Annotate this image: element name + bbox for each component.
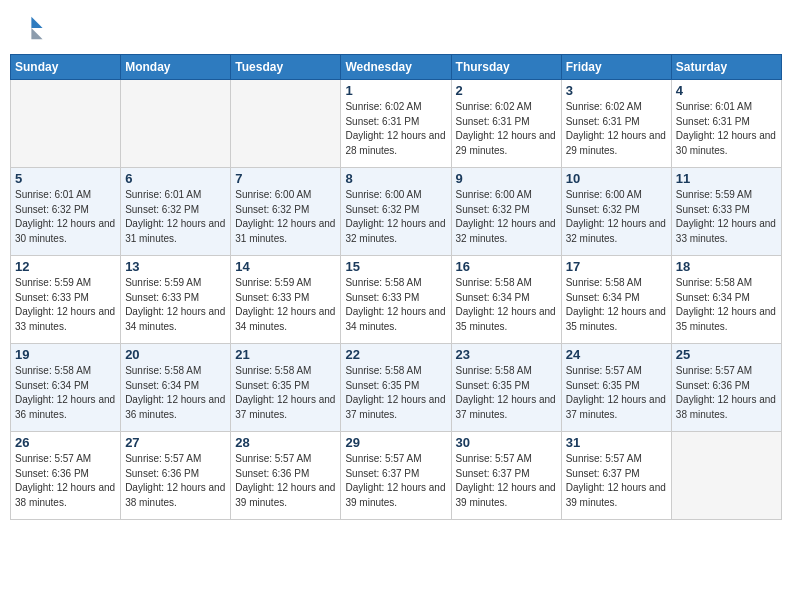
day-number: 18 [676,259,777,274]
day-number: 4 [676,83,777,98]
calendar-cell: 24Sunrise: 5:57 AM Sunset: 6:35 PM Dayli… [561,344,671,432]
day-detail: Sunrise: 6:00 AM Sunset: 6:32 PM Dayligh… [235,188,336,246]
day-number: 7 [235,171,336,186]
calendar-cell: 14Sunrise: 5:59 AM Sunset: 6:33 PM Dayli… [231,256,341,344]
calendar-cell: 13Sunrise: 5:59 AM Sunset: 6:33 PM Dayli… [121,256,231,344]
day-detail: Sunrise: 5:59 AM Sunset: 6:33 PM Dayligh… [235,276,336,334]
day-number: 17 [566,259,667,274]
day-number: 27 [125,435,226,450]
day-number: 23 [456,347,557,362]
calendar-cell: 6Sunrise: 6:01 AM Sunset: 6:32 PM Daylig… [121,168,231,256]
calendar-cell: 27Sunrise: 5:57 AM Sunset: 6:36 PM Dayli… [121,432,231,520]
calendar-cell: 7Sunrise: 6:00 AM Sunset: 6:32 PM Daylig… [231,168,341,256]
day-number: 11 [676,171,777,186]
day-detail: Sunrise: 6:01 AM Sunset: 6:32 PM Dayligh… [125,188,226,246]
calendar-cell: 18Sunrise: 5:58 AM Sunset: 6:34 PM Dayli… [671,256,781,344]
day-detail: Sunrise: 5:57 AM Sunset: 6:37 PM Dayligh… [566,452,667,510]
column-header-friday: Friday [561,55,671,80]
calendar-cell: 16Sunrise: 5:58 AM Sunset: 6:34 PM Dayli… [451,256,561,344]
day-detail: Sunrise: 6:01 AM Sunset: 6:31 PM Dayligh… [676,100,777,158]
day-number: 2 [456,83,557,98]
day-detail: Sunrise: 5:57 AM Sunset: 6:36 PM Dayligh… [235,452,336,510]
calendar-cell [671,432,781,520]
calendar-cell: 3Sunrise: 6:02 AM Sunset: 6:31 PM Daylig… [561,80,671,168]
day-detail: Sunrise: 5:59 AM Sunset: 6:33 PM Dayligh… [15,276,116,334]
calendar-cell: 21Sunrise: 5:58 AM Sunset: 6:35 PM Dayli… [231,344,341,432]
day-detail: Sunrise: 5:58 AM Sunset: 6:34 PM Dayligh… [456,276,557,334]
day-number: 22 [345,347,446,362]
day-number: 1 [345,83,446,98]
calendar-table: SundayMondayTuesdayWednesdayThursdayFrid… [10,54,782,520]
calendar-cell: 17Sunrise: 5:58 AM Sunset: 6:34 PM Dayli… [561,256,671,344]
day-number: 13 [125,259,226,274]
day-number: 9 [456,171,557,186]
calendar-cell [121,80,231,168]
day-number: 14 [235,259,336,274]
day-number: 6 [125,171,226,186]
calendar-cell: 28Sunrise: 5:57 AM Sunset: 6:36 PM Dayli… [231,432,341,520]
svg-marker-1 [31,28,42,39]
day-detail: Sunrise: 5:58 AM Sunset: 6:35 PM Dayligh… [456,364,557,422]
column-header-thursday: Thursday [451,55,561,80]
calendar-cell: 31Sunrise: 5:57 AM Sunset: 6:37 PM Dayli… [561,432,671,520]
day-detail: Sunrise: 5:57 AM Sunset: 6:36 PM Dayligh… [125,452,226,510]
day-number: 20 [125,347,226,362]
calendar-cell: 12Sunrise: 5:59 AM Sunset: 6:33 PM Dayli… [11,256,121,344]
day-detail: Sunrise: 5:57 AM Sunset: 6:36 PM Dayligh… [676,364,777,422]
day-number: 15 [345,259,446,274]
calendar-cell: 30Sunrise: 5:57 AM Sunset: 6:37 PM Dayli… [451,432,561,520]
calendar-cell [11,80,121,168]
column-header-tuesday: Tuesday [231,55,341,80]
calendar-cell: 1Sunrise: 6:02 AM Sunset: 6:31 PM Daylig… [341,80,451,168]
calendar-week-row: 26Sunrise: 5:57 AM Sunset: 6:36 PM Dayli… [11,432,782,520]
calendar-cell: 10Sunrise: 6:00 AM Sunset: 6:32 PM Dayli… [561,168,671,256]
day-number: 28 [235,435,336,450]
day-detail: Sunrise: 6:02 AM Sunset: 6:31 PM Dayligh… [456,100,557,158]
day-detail: Sunrise: 5:57 AM Sunset: 6:35 PM Dayligh… [566,364,667,422]
day-number: 30 [456,435,557,450]
calendar-cell [231,80,341,168]
svg-marker-0 [31,17,42,28]
calendar-cell: 11Sunrise: 5:59 AM Sunset: 6:33 PM Dayli… [671,168,781,256]
day-detail: Sunrise: 6:00 AM Sunset: 6:32 PM Dayligh… [566,188,667,246]
day-number: 5 [15,171,116,186]
day-number: 10 [566,171,667,186]
day-number: 12 [15,259,116,274]
calendar-cell: 19Sunrise: 5:58 AM Sunset: 6:34 PM Dayli… [11,344,121,432]
calendar-week-row: 5Sunrise: 6:01 AM Sunset: 6:32 PM Daylig… [11,168,782,256]
column-header-saturday: Saturday [671,55,781,80]
calendar-cell: 25Sunrise: 5:57 AM Sunset: 6:36 PM Dayli… [671,344,781,432]
day-number: 8 [345,171,446,186]
calendar-cell: 8Sunrise: 6:00 AM Sunset: 6:32 PM Daylig… [341,168,451,256]
page-header [10,10,782,46]
day-detail: Sunrise: 5:59 AM Sunset: 6:33 PM Dayligh… [676,188,777,246]
column-header-wednesday: Wednesday [341,55,451,80]
day-detail: Sunrise: 5:59 AM Sunset: 6:33 PM Dayligh… [125,276,226,334]
column-header-monday: Monday [121,55,231,80]
day-detail: Sunrise: 5:57 AM Sunset: 6:37 PM Dayligh… [345,452,446,510]
column-header-sunday: Sunday [11,55,121,80]
calendar-cell: 26Sunrise: 5:57 AM Sunset: 6:36 PM Dayli… [11,432,121,520]
calendar-cell: 20Sunrise: 5:58 AM Sunset: 6:34 PM Dayli… [121,344,231,432]
day-detail: Sunrise: 5:58 AM Sunset: 6:34 PM Dayligh… [125,364,226,422]
day-detail: Sunrise: 5:57 AM Sunset: 6:37 PM Dayligh… [456,452,557,510]
day-detail: Sunrise: 6:00 AM Sunset: 6:32 PM Dayligh… [345,188,446,246]
day-detail: Sunrise: 5:57 AM Sunset: 6:36 PM Dayligh… [15,452,116,510]
day-detail: Sunrise: 5:58 AM Sunset: 6:35 PM Dayligh… [235,364,336,422]
calendar-cell: 23Sunrise: 5:58 AM Sunset: 6:35 PM Dayli… [451,344,561,432]
day-detail: Sunrise: 5:58 AM Sunset: 6:35 PM Dayligh… [345,364,446,422]
logo [16,14,46,42]
calendar-cell: 2Sunrise: 6:02 AM Sunset: 6:31 PM Daylig… [451,80,561,168]
day-detail: Sunrise: 6:01 AM Sunset: 6:32 PM Dayligh… [15,188,116,246]
day-number: 29 [345,435,446,450]
calendar-cell: 5Sunrise: 6:01 AM Sunset: 6:32 PM Daylig… [11,168,121,256]
calendar-cell: 15Sunrise: 5:58 AM Sunset: 6:33 PM Dayli… [341,256,451,344]
day-number: 26 [15,435,116,450]
calendar-week-row: 1Sunrise: 6:02 AM Sunset: 6:31 PM Daylig… [11,80,782,168]
logo-icon [16,14,44,42]
day-detail: Sunrise: 6:02 AM Sunset: 6:31 PM Dayligh… [566,100,667,158]
calendar-week-row: 12Sunrise: 5:59 AM Sunset: 6:33 PM Dayli… [11,256,782,344]
day-number: 3 [566,83,667,98]
day-detail: Sunrise: 6:00 AM Sunset: 6:32 PM Dayligh… [456,188,557,246]
calendar-cell: 22Sunrise: 5:58 AM Sunset: 6:35 PM Dayli… [341,344,451,432]
